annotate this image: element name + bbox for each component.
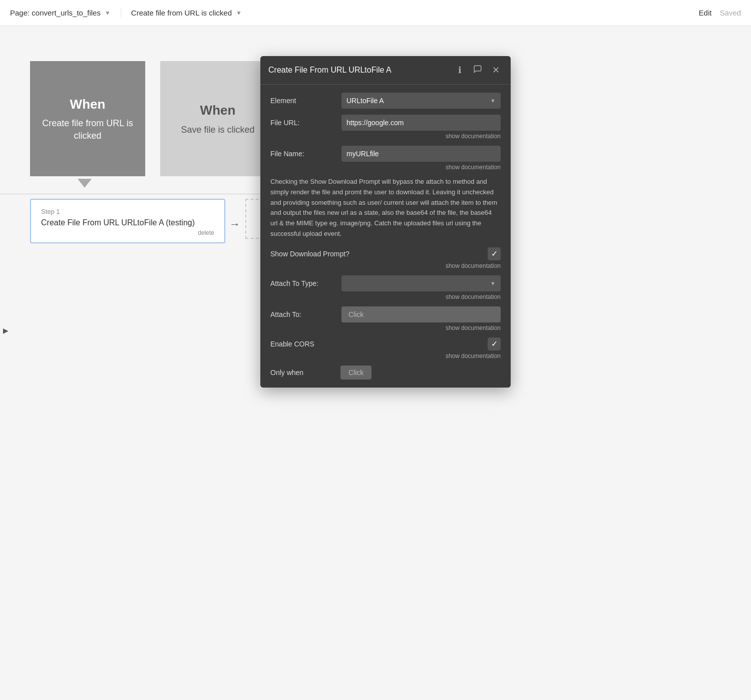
separator-line (0, 194, 270, 194)
when-label-1: When (70, 95, 106, 113)
element-field: URLtoFile A (341, 93, 501, 109)
attach-type-show-doc[interactable]: show documentation (341, 293, 501, 300)
when-subtitle-1: Create file from URL is clicked (38, 117, 137, 142)
show-download-checkbox[interactable]: ✓ (488, 247, 501, 260)
element-row: Element URLtoFile A (270, 93, 501, 109)
description-text: Checking the Show Download Prompt will b… (270, 177, 501, 239)
info-icon: ℹ (458, 65, 462, 76)
topbar-actions: Edit Saved (699, 9, 741, 17)
file-url-label: File URL: (270, 115, 335, 127)
trigger-chevron-icon: ▼ (236, 10, 242, 17)
enable-cors-show-doc[interactable]: show documentation (270, 353, 501, 360)
canvas: When Create file from URL is clicked Whe… (0, 26, 751, 700)
attach-to-row: Attach To: Click show documentation (270, 306, 501, 331)
when-subtitle-2: Save file is clicked (181, 124, 254, 136)
close-icon: ✕ (492, 65, 500, 76)
attach-type-select-wrapper (341, 275, 501, 291)
file-name-input[interactable] (341, 146, 501, 162)
enable-cors-label: Enable CORS (270, 340, 335, 348)
file-url-row: File URL: show documentation (270, 115, 501, 140)
comment-icon-button[interactable] (471, 63, 485, 77)
show-download-show-doc[interactable]: show documentation (270, 262, 501, 269)
only-when-button[interactable]: Click (340, 366, 371, 380)
close-icon-button[interactable]: ✕ (489, 63, 503, 77)
element-select[interactable]: URLtoFile A (341, 93, 501, 109)
file-name-label: File Name: (270, 146, 335, 158)
attach-to-label: Attach To: (270, 306, 335, 318)
modal-panel: Create File From URL URLtoFile A ℹ ✕ Ele… (260, 56, 511, 388)
step-box[interactable]: Step 1 Create File From URL URLtoFile A … (30, 199, 225, 243)
step-delete-button[interactable]: delete (41, 229, 214, 236)
topbar-page-section[interactable]: Page: convert_urls_to_files ▼ (10, 9, 121, 17)
attach-type-field: show documentation (341, 275, 501, 300)
file-name-field: show documentation (341, 146, 501, 171)
element-select-wrapper: URLtoFile A (341, 93, 501, 109)
attach-type-row: Attach To Type: show documentation (270, 275, 501, 300)
file-url-input[interactable] (341, 115, 501, 131)
attach-to-show-doc[interactable]: show documentation (341, 324, 501, 331)
show-download-row: Show Download Prompt? ✓ (270, 247, 501, 260)
topbar-trigger-section[interactable]: Create file from URL is clicked ▼ (121, 9, 252, 17)
enable-cors-field: ✓ (341, 337, 501, 351)
enable-cors-checkbox[interactable]: ✓ (488, 337, 501, 351)
page-chevron-icon: ▼ (105, 10, 111, 17)
file-name-row: File Name: show documentation (270, 146, 501, 171)
topbar: Page: convert_urls_to_files ▼ Create fil… (0, 0, 751, 26)
modal-header: Create File From URL URLtoFile A ℹ ✕ (260, 56, 511, 85)
element-label: Element (270, 93, 335, 105)
modal-body: Element URLtoFile A File URL: show docum… (260, 85, 511, 388)
attach-type-label: Attach To Type: (270, 275, 335, 287)
only-when-row: Only when Click (270, 366, 501, 380)
file-url-show-doc[interactable]: show documentation (341, 133, 501, 140)
left-expand-icon[interactable]: ▶ (3, 326, 9, 334)
step-title: Create File From URL URLtoFile A (testin… (41, 218, 214, 227)
only-when-label: Only when (270, 369, 335, 377)
when-block-create-file[interactable]: When Create file from URL is clicked (30, 61, 145, 176)
modal-title: Create File From URL URLtoFile A (268, 66, 449, 75)
trigger-label: Create file from URL is clicked (131, 9, 232, 17)
attach-to-field: Click show documentation (341, 306, 501, 331)
enable-cors-row: Enable CORS ✓ (270, 337, 501, 351)
right-arrow-icon: → (229, 218, 240, 231)
when-label-2: When (200, 101, 236, 119)
file-name-show-doc[interactable]: show documentation (341, 164, 501, 171)
saved-status: Saved (719, 9, 741, 17)
comment-icon (473, 65, 482, 76)
show-download-field: ✓ (355, 247, 501, 260)
edit-button[interactable]: Edit (699, 9, 712, 17)
attach-to-button[interactable]: Click (341, 306, 501, 322)
attach-type-select[interactable] (341, 275, 501, 291)
when-block-save-file[interactable]: When Save file is clicked (160, 61, 275, 176)
info-icon-button[interactable]: ℹ (453, 63, 467, 77)
file-url-field: show documentation (341, 115, 501, 140)
step-label: Step 1 (41, 208, 214, 215)
page-label: Page: convert_urls_to_files (10, 9, 101, 17)
show-download-label: Show Download Prompt? (270, 250, 349, 258)
down-arrow-icon (78, 179, 92, 188)
